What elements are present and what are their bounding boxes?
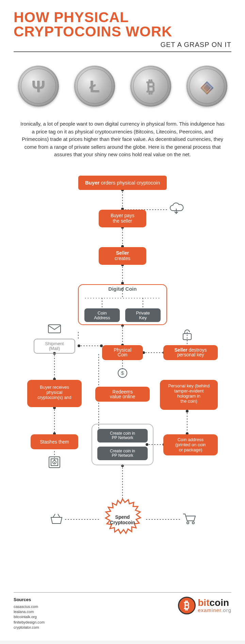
intro-text: Ironically, a lot of people want to own … xyxy=(14,120,231,159)
flowchart-diagram: Buyer orders physical cryptocoin Buyer p… xyxy=(14,176,231,577)
svg-text:Buyer orders physical cryptoco: Buyer orders physical cryptocoin xyxy=(85,180,160,186)
svg-text:Buyer paysthe seller: Buyer paysthe seller xyxy=(111,213,134,224)
coin-litecoin: Ł xyxy=(74,66,115,107)
logo-text: bitcoin examiner.org xyxy=(198,598,231,613)
coin-bitcoin: ₿ xyxy=(130,66,171,107)
page-title: HOW PHYSICAL CRYPTOCOINS WORK xyxy=(14,10,231,39)
svg-point-42 xyxy=(146,443,148,446)
coin-glyph: Ψ xyxy=(32,77,45,96)
logo: ₿ bitcoin examiner.org xyxy=(178,597,231,614)
coin-glyph: ₿ xyxy=(147,77,155,96)
svg-point-29 xyxy=(121,282,124,285)
svg-point-71 xyxy=(187,522,189,524)
svg-point-33 xyxy=(78,344,80,347)
logo-org: .org xyxy=(221,607,231,613)
svg-text:Stashes them: Stashes them xyxy=(40,439,69,445)
sources-title: Sources xyxy=(14,597,45,603)
svg-text:Sellercreates: Sellercreates xyxy=(115,250,130,261)
coin-cryptovest: ◈ xyxy=(186,66,227,107)
svg-rect-56 xyxy=(183,334,191,340)
mail-icon xyxy=(48,325,61,333)
svg-text:Shipment(Mail): Shipment(Mail) xyxy=(45,341,64,351)
logo-coin: coin xyxy=(209,597,229,608)
source-item: cryptolator.com xyxy=(14,625,45,630)
cloud-download-icon xyxy=(170,203,183,213)
label-digital-coin: Digital Coin xyxy=(108,286,136,292)
coin-glyph: Ł xyxy=(89,77,99,96)
svg-point-32 xyxy=(100,344,103,347)
svg-text:Create coin inPP Network: Create coin inPP Network xyxy=(110,449,135,458)
basket-icon xyxy=(51,514,62,524)
logo-bit: bit xyxy=(198,597,209,608)
svg-point-40 xyxy=(186,410,189,413)
svg-text:$: $ xyxy=(121,370,124,376)
sources-list: Sources casascius.com lealana.com bitcoi… xyxy=(14,597,45,630)
coin-glyph: ◈ xyxy=(200,77,213,96)
logo-examiner: examiner xyxy=(198,607,221,613)
header: HOW PHYSICAL CRYPTOCOINS WORK GET A GRAS… xyxy=(14,10,231,52)
coins-row: Ψ Ł ₿ ◈ xyxy=(14,66,231,107)
svg-text:Coin address(printed on coinor: Coin address(printed on coinor package) xyxy=(175,437,206,452)
logo-badge-icon: ₿ xyxy=(178,597,196,614)
svg-rect-53 xyxy=(48,325,61,333)
source-item: finitebydesign.com xyxy=(14,620,45,625)
page-subtitle: GET A GRASP ON IT xyxy=(14,41,231,49)
svg-text:Redeemsvalue online: Redeemsvalue online xyxy=(110,389,135,399)
coin-primecoin: Ψ xyxy=(18,66,59,107)
svg-point-72 xyxy=(192,522,194,524)
svg-text:Create coin inPP Network: Create coin inPP Network xyxy=(110,431,135,440)
source-item: bitcointalk.org xyxy=(14,614,45,619)
dollar-icon: $ xyxy=(118,369,127,377)
infographic-page: HOW PHYSICAL CRYPTOCOINS WORK GET A GRAS… xyxy=(0,0,245,641)
footer: Sources casascius.com lealana.com bitcoi… xyxy=(14,592,231,630)
cart-icon xyxy=(183,514,195,524)
source-item: casascius.com xyxy=(14,604,45,609)
node-spend: SpendCryptocoin xyxy=(105,499,141,533)
svg-text:Seller destroyspersonal key: Seller destroyspersonal key xyxy=(175,347,207,357)
source-item: lealana.com xyxy=(14,609,45,614)
